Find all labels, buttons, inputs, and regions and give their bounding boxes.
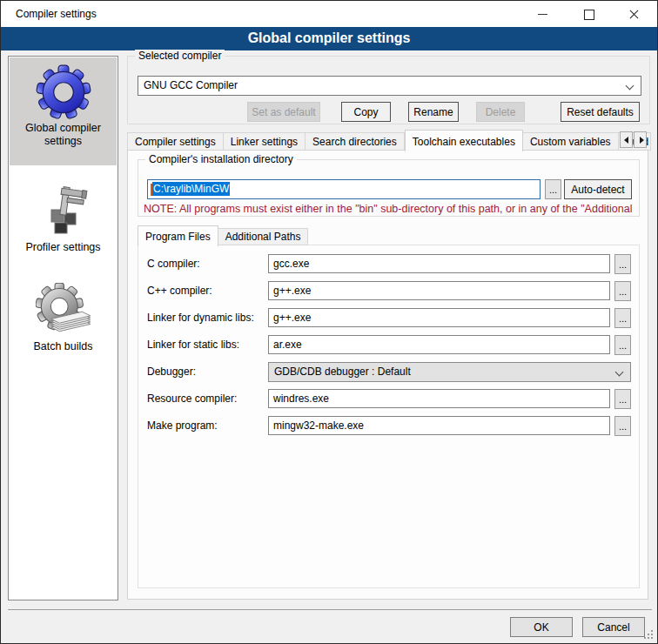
compiler-settings-dialog: Compiler settings Global compiler settin… (0, 0, 658, 644)
tab-custom-variables[interactable]: Custom variables (523, 132, 619, 151)
cpp-compiler-label: C++ compiler: (147, 281, 212, 300)
reset-defaults-button[interactable]: Reset defaults (561, 102, 640, 122)
linker-dynamic-input[interactable] (268, 308, 610, 327)
sidebar-item-label: Profiler settings (10, 241, 117, 261)
resource-compiler-input[interactable] (268, 389, 610, 408)
selected-compiler-group: Selected compiler GNU GCC Compiler Set a… (127, 56, 650, 124)
sidebar-item-label: Global compiler settings (10, 122, 117, 155)
tab-additional-paths[interactable]: Additional Paths (218, 228, 309, 245)
compiler-select[interactable]: GNU GCC Compiler (138, 76, 641, 96)
make-program-browse-button[interactable]: ... (614, 416, 631, 436)
sidebar-item-profiler-settings[interactable]: Profiler settings (10, 177, 117, 265)
close-icon[interactable] (615, 1, 652, 27)
c-compiler-label: C compiler: (147, 254, 200, 273)
installation-directory-legend: Compiler's installation directory (145, 153, 297, 165)
bin-subdirectory-note: NOTE: All programs must exist either in … (144, 203, 655, 215)
linker-static-label: Linker for static libs: (147, 335, 239, 354)
cancel-button[interactable]: Cancel (582, 617, 645, 637)
copy-button[interactable]: Copy (341, 102, 391, 122)
tab-scroll-right-button[interactable] (634, 131, 647, 148)
installation-directory-group: Compiler's installation directory C:\ray… (138, 159, 640, 217)
resource-compiler-label: Resource compiler: (147, 389, 237, 408)
browse-directory-button[interactable]: ... (545, 179, 561, 199)
maximize-icon[interactable] (570, 1, 607, 27)
selected-compiler-legend: Selected compiler (135, 50, 225, 62)
tab-search-directories[interactable]: Search directories (306, 132, 405, 151)
tab-scroll-left-button[interactable] (620, 131, 633, 148)
c-compiler-input[interactable] (268, 254, 610, 273)
program-files-tabstrip: Program Files Additional Paths (138, 225, 308, 245)
linker-dynamic-label: Linker for dynamic libs: (147, 308, 254, 327)
resize-grip[interactable] (651, 637, 653, 639)
toolchain-executables-panel: Compiler's installation directory C:\ray… (127, 150, 648, 600)
chevron-down-icon (626, 82, 634, 91)
installation-directory-value: C:\raylib\MinGW (152, 182, 230, 196)
cpp-compiler-input[interactable] (268, 281, 610, 300)
tab-toolchain-executables[interactable]: Toolchain executables (405, 130, 523, 151)
debugger-select[interactable]: GDB/CDB debugger : Default (268, 362, 631, 382)
auto-detect-button[interactable]: Auto-detect (564, 179, 632, 199)
caliper-icon (36, 184, 91, 239)
linker-static-input[interactable] (268, 335, 610, 354)
compiler-select-value: GNU GCC Compiler (144, 79, 238, 91)
sidebar-item-label: Batch builds (10, 340, 117, 360)
delete-button[interactable]: Delete (476, 102, 525, 122)
tab-program-files[interactable]: Program Files (138, 225, 218, 246)
sidebar-item-global-compiler-settings[interactable]: Global compiler settings (10, 57, 117, 165)
resource-compiler-browse-button[interactable]: ... (614, 389, 631, 409)
make-program-input[interactable] (268, 416, 610, 435)
rename-button[interactable]: Rename (408, 102, 459, 122)
gray-gear-stack-icon (36, 283, 91, 339)
settings-tabstrip: Compiler settings Linker settings Search… (127, 129, 651, 151)
window-title: Compiler settings (16, 1, 97, 27)
settings-category-list: Global compiler settings (8, 56, 118, 600)
page-title: Global compiler settings (1, 27, 657, 50)
make-program-label: Make program: (147, 416, 218, 435)
ok-button[interactable]: OK (510, 617, 573, 637)
cpp-compiler-browse-button[interactable]: ... (614, 281, 631, 301)
minimize-icon[interactable] (525, 1, 561, 27)
chevron-down-icon (615, 368, 624, 377)
tab-compiler-settings[interactable]: Compiler settings (127, 132, 224, 151)
sidebar-item-batch-builds[interactable]: Batch builds (10, 276, 117, 373)
c-compiler-browse-button[interactable]: ... (614, 254, 631, 274)
linker-static-browse-button[interactable]: ... (614, 335, 631, 355)
titlebar[interactable]: Compiler settings (1, 1, 657, 27)
footer-divider (8, 609, 652, 610)
linker-dynamic-browse-button[interactable]: ... (614, 308, 631, 328)
blue-gear-icon (36, 64, 91, 120)
debugger-select-value: GDB/CDB debugger : Default (274, 366, 411, 378)
tab-linker-settings[interactable]: Linker settings (224, 132, 306, 151)
set-as-default-button[interactable]: Set as default (247, 102, 320, 122)
program-files-panel: C compiler: ... C++ compiler: ... Linker… (138, 245, 640, 588)
installation-directory-input[interactable]: C:\raylib\MinGW (147, 179, 540, 199)
debugger-label: Debugger: (147, 362, 196, 381)
